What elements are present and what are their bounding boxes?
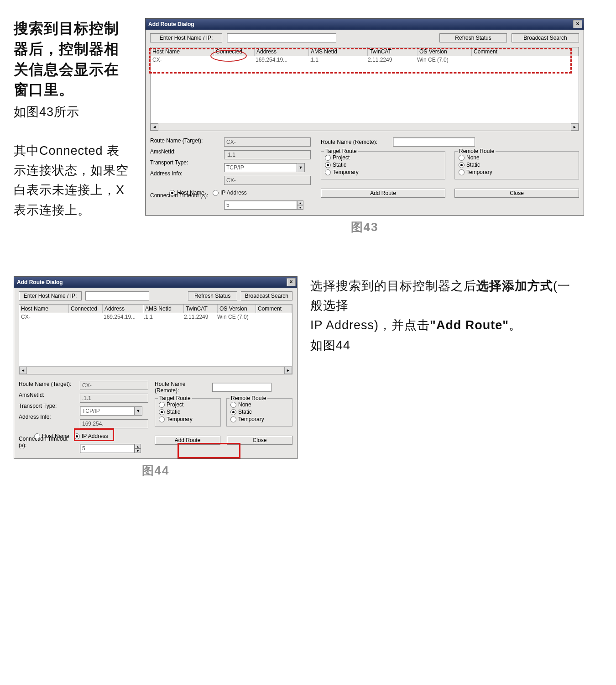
lbl-radio-hostname-44: Host Name: [42, 433, 69, 439]
radio-hostname[interactable]: [169, 190, 175, 196]
radio-ipaddress-44[interactable]: [74, 433, 80, 439]
timeout-input-44[interactable]: 5: [80, 444, 135, 453]
close-icon[interactable]: ×: [573, 20, 582, 28]
radio-hostname-44[interactable]: [34, 433, 40, 439]
dialog-title-44: Add Route Dialog: [17, 279, 63, 285]
amsnetid-input-44[interactable]: .1.1: [80, 394, 148, 403]
chevron-down-icon-44[interactable]: ▼: [135, 406, 142, 416]
spin-up-icon[interactable]: ▲: [297, 200, 303, 205]
radio-remote-static[interactable]: [459, 162, 465, 168]
cell-os-44: Win CE (7.0): [215, 313, 253, 321]
scroll-right-icon-44[interactable]: ►: [284, 367, 292, 374]
spin-down-icon[interactable]: ▼: [297, 205, 303, 210]
lbl-route-remote: Route Name (Remote):: [321, 139, 389, 145]
radio-target-static-44[interactable]: [159, 409, 165, 415]
scroll-left-icon-44[interactable]: ◄: [19, 367, 27, 374]
radio-remote-temporary-44[interactable]: [230, 416, 236, 422]
cell-addr-44: 169.254.19...: [102, 313, 142, 321]
grid-row-44[interactable]: CX- 169.254.19... .1.1 2.11.2249 Win CE …: [19, 313, 292, 321]
caption-fig43: 图43: [145, 219, 584, 235]
h-scrollbar[interactable]: ◄ ►: [151, 123, 579, 131]
col-hostname[interactable]: Host Name: [151, 47, 214, 56]
col-os-44[interactable]: OS Version: [218, 305, 256, 313]
radio-target-temporary-44[interactable]: [159, 416, 165, 422]
lbl-route-target: Route Name (Target):: [150, 137, 214, 144]
route-remote-input-44[interactable]: [212, 383, 271, 392]
timeout-input[interactable]: 5: [224, 200, 297, 210]
radio-ipaddress[interactable]: [213, 190, 219, 196]
transport-select-44[interactable]: TCP/IP: [80, 406, 135, 416]
spin-up-icon-44[interactable]: ▲: [135, 444, 141, 448]
scroll-right-icon[interactable]: ►: [571, 123, 579, 131]
refresh-status-button-44[interactable]: Refresh Status: [188, 291, 237, 300]
col-os[interactable]: OS Version: [418, 47, 472, 56]
radio-target-project[interactable]: [325, 155, 331, 161]
lbl-addrinfo-44: Address Info:: [19, 414, 73, 420]
col-connected[interactable]: Connected: [214, 47, 255, 56]
col-connected-44[interactable]: Connected: [69, 305, 103, 313]
fig44-para: 选择搜索到的目标控制器之后选择添加方式(一般选择 IP Address)，并点击…: [310, 276, 570, 355]
addrinfo-input-44[interactable]: 169.254.: [80, 419, 148, 428]
lbl-addrinfo: Address Info:: [150, 170, 214, 177]
radio-target-project-44[interactable]: [159, 402, 165, 408]
col-comment-44[interactable]: Comment: [256, 305, 292, 313]
cell-host-44: CX-: [19, 313, 68, 321]
col-hostname-44[interactable]: Host Name: [19, 305, 69, 313]
refresh-status-button[interactable]: Refresh Status: [439, 33, 507, 42]
host-ip-input[interactable]: [227, 33, 336, 42]
lbl-radio-ipaddr: IP Address: [220, 190, 247, 196]
route-remote-input[interactable]: [393, 137, 475, 147]
radio-remote-none-44[interactable]: [230, 402, 236, 408]
close-button[interactable]: Close: [454, 189, 579, 198]
lbl-target-project: Project: [333, 154, 350, 161]
fig43-heading: 搜索到目标控制器后，控制器相关信息会显示在窗口里。: [14, 18, 132, 100]
route-target-input[interactable]: CX-: [224, 137, 311, 147]
col-address[interactable]: Address: [255, 47, 309, 56]
hosts-grid-44[interactable]: Host Name Connected Address AMS NetId Tw…: [19, 304, 292, 374]
col-address-44[interactable]: Address: [103, 305, 143, 313]
caption-fig44: 图44: [14, 463, 298, 479]
h-scrollbar-44[interactable]: ◄ ►: [19, 366, 292, 374]
col-ams[interactable]: AMS NetId: [309, 47, 368, 56]
add-route-button[interactable]: Add Route: [321, 189, 445, 198]
radio-target-temporary[interactable]: [325, 169, 331, 175]
col-twincat[interactable]: TwinCAT: [368, 47, 418, 56]
broadcast-search-button[interactable]: Broadcast Search: [512, 33, 579, 42]
cell-twin: 2.11.2249: [366, 56, 415, 63]
cell-addr: 169.254.19...: [254, 56, 308, 63]
enter-host-ip-button-44[interactable]: Enter Host Name / IP:: [19, 291, 82, 300]
host-ip-input-44[interactable]: [85, 291, 149, 300]
close-icon-44[interactable]: ×: [287, 278, 296, 286]
chevron-down-icon[interactable]: ▼: [297, 163, 305, 172]
radio-remote-temporary[interactable]: [459, 169, 465, 175]
broadcast-search-button-44[interactable]: Broadcast Search: [241, 291, 292, 300]
lbl-route-target-44: Route Name (Target):: [19, 381, 73, 387]
transport-select[interactable]: TCP/IP: [224, 163, 297, 172]
target-route-group-44: Target Route: [158, 395, 192, 401]
route-target-input-44[interactable]: CX-: [80, 381, 148, 390]
spin-down-icon-44[interactable]: ▼: [135, 448, 141, 453]
add-route-button-44[interactable]: Add Route: [155, 436, 220, 445]
col-ams-44[interactable]: AMS NetId: [143, 305, 184, 313]
lbl-target-temp-44: Temporary: [167, 416, 193, 422]
cell-host: CX-: [151, 56, 214, 63]
close-button-44[interactable]: Close: [227, 436, 292, 445]
radio-target-static[interactable]: [325, 162, 331, 168]
cell-comment-44: [253, 313, 292, 321]
cell-conn: [214, 56, 254, 63]
lbl-amsnetid: AmsNetId:: [150, 148, 214, 155]
grid-row[interactable]: CX- 169.254.19... .1.1 2.11.2249 Win CE …: [151, 56, 579, 63]
hosts-grid[interactable]: Host Name Connected Address AMS NetId Tw…: [150, 47, 579, 131]
addrinfo-input[interactable]: CX-: [224, 176, 311, 185]
radio-remote-none[interactable]: [459, 155, 465, 161]
lbl-target-static: Static: [333, 162, 346, 168]
enter-host-ip-button[interactable]: Enter Host Name / IP:: [150, 33, 222, 42]
col-twincat-44[interactable]: TwinCAT: [184, 305, 218, 313]
remote-route-group: Remote Route: [458, 148, 496, 154]
col-comment[interactable]: Comment: [472, 47, 579, 56]
scroll-left-icon[interactable]: ◄: [151, 123, 158, 131]
lbl-remote-static: Static: [466, 162, 480, 168]
cell-twin-44: 2.11.2249: [182, 313, 215, 321]
radio-remote-static-44[interactable]: [230, 409, 236, 415]
amsnetid-input[interactable]: .1.1: [224, 150, 311, 159]
